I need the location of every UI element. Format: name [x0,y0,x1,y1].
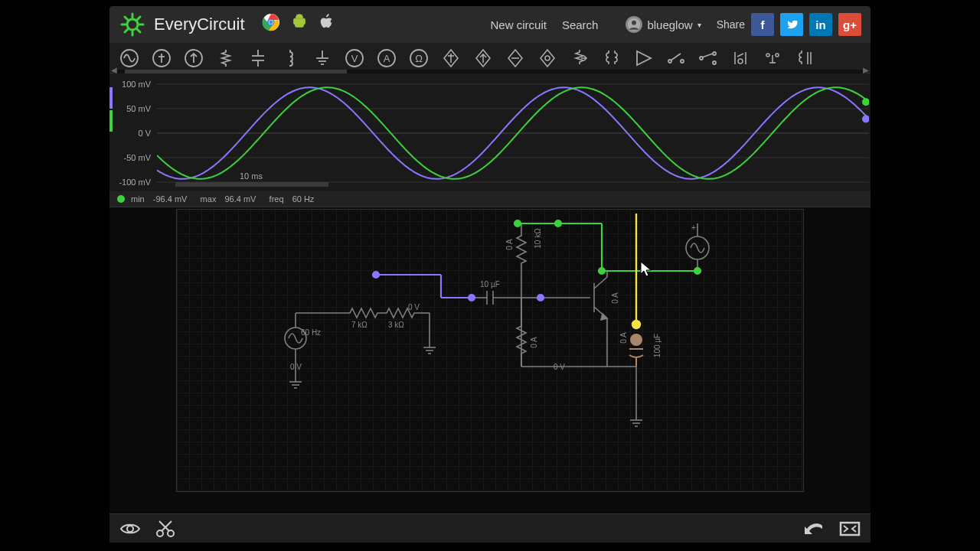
transformer-tool[interactable] [596,44,627,72]
svg-line-41 [737,54,743,57]
svg-line-34 [671,54,681,60]
label-source-v: 0 V [290,363,302,371]
svg-point-96 [469,295,475,301]
ccvs-tool[interactable] [500,44,531,72]
svg-point-111 [127,526,133,532]
scope-plot-area[interactable] [157,73,871,188]
chrome-icon[interactable] [262,13,280,36]
linkedin-share-button[interactable]: in [809,13,832,36]
cccs-tool[interactable] [532,44,563,72]
mouse-cursor-icon [639,260,655,277]
svg-point-37 [713,61,716,64]
scope-time-scrollbar[interactable] [175,182,328,187]
opamp-tool[interactable] [629,44,659,72]
svg-point-43 [766,54,769,57]
svg-point-42 [738,59,743,64]
svg-point-101 [514,220,521,227]
android-icon[interactable] [291,13,308,36]
caret-down-icon: ▾ [697,21,701,29]
facebook-share-button[interactable]: f [751,13,774,36]
user-menu[interactable]: blueglow ▾ [626,16,701,33]
label-source-freq: 60 Hz [301,328,321,337]
ground-tool[interactable] [307,44,338,72]
label-emitter-v: 0 V [554,363,565,371]
vccs-tool[interactable] [468,44,498,72]
relay-tool[interactable] [725,44,756,72]
fullscreen-button[interactable] [837,517,863,540]
brand-name: EveryCircuit [154,15,245,34]
user-avatar-icon [626,16,642,33]
new-circuit-link[interactable]: New circuit [491,18,547,31]
svg-point-90 [686,236,709,259]
label-r4-i: 0 A [530,337,538,347]
capacitor-tool[interactable] [243,44,273,72]
svg-point-52 [862,116,869,123]
spst-ground-tool[interactable] [757,44,788,72]
stats-trace-dot-icon [117,195,125,203]
resistor-tool[interactable] [211,44,241,72]
label-c2-i: 0 A [619,332,628,343]
label-r3-i: 0 A [505,239,514,249]
googleplus-share-button[interactable]: g+ [838,13,861,36]
svg-point-36 [713,52,716,55]
switch-spdt-tool[interactable] [693,44,724,72]
label-r1: 7 kΩ [351,321,368,329]
search-link[interactable]: Search [562,18,599,31]
inductor-tool[interactable] [275,44,305,72]
ohmmeter-tool[interactable]: Ω [403,44,434,72]
scope-y-axis: 100 mV 50 mV 0 V -50 mV -100 mV [109,73,154,188]
brand-logo-icon [119,11,146,38]
svg-point-5 [269,21,273,24]
label-c2: 100 µF [653,334,662,357]
vcvs-tool[interactable] [436,44,466,72]
svg-point-107 [630,334,642,346]
bottom-toolbar [109,514,871,543]
svg-point-44 [776,54,779,57]
svg-rect-116 [841,523,859,535]
current-source-tool[interactable] [178,44,209,72]
twitter-share-button[interactable] [780,13,803,36]
more-tool[interactable] [789,44,820,72]
potentiometer-tool[interactable] [564,44,595,72]
label-r2: 3 kΩ [388,321,404,329]
svg-text:V: V [351,53,358,64]
svg-point-53 [862,98,869,106]
svg-line-38 [702,54,713,57]
label-r3-val: 10 kΩ [534,228,542,248]
voltmeter-tool[interactable]: V [339,44,370,72]
switch-open-tool[interactable] [661,44,691,72]
circuit-canvas[interactable]: + 60 Hz 0 V 7 kΩ 3 kΩ 0 V 10 µF 10 kΩ 0 … [176,209,804,492]
label-c1: 10 µF [480,280,500,289]
svg-text:A: A [384,53,390,64]
svg-text:Ω: Ω [415,53,423,64]
svg-point-106 [632,321,640,328]
label-probe-plus: + [691,223,696,232]
label-r2-v: 0 V [408,303,420,311]
undo-button[interactable] [802,517,828,540]
app-header: EveryCircuit New circuit Search blueglow… [109,6,871,43]
svg-point-103 [599,268,605,274]
label-q-ic: 0 A [611,292,619,303]
svg-text:+: + [634,335,639,344]
ammeter-tool[interactable]: A [371,44,402,72]
dc-source-tool[interactable] [146,44,177,72]
ac-source-tool[interactable] [114,44,145,72]
svg-point-31 [545,56,550,60]
cut-button[interactable] [152,517,178,540]
svg-point-97 [537,295,544,301]
svg-point-102 [555,220,561,227]
apple-icon[interactable] [318,13,335,36]
svg-point-95 [373,272,379,278]
visibility-button[interactable] [117,517,143,540]
svg-point-33 [681,60,684,63]
svg-point-104 [694,268,701,274]
svg-line-78 [594,307,607,318]
circuit-canvas-container: + 60 Hz 0 V 7 kΩ 3 kΩ 0 V 10 µF 10 kΩ 0 … [109,207,871,514]
scope-time-label: 10 ms [240,171,263,181]
svg-line-114 [162,521,172,531]
scope-stats-bar: min -96.4 mV max 96.4 mV freq 60 Hz [109,191,871,207]
svg-line-77 [594,277,607,289]
component-toolbar: V A Ω ◀ ▶ [109,43,871,73]
svg-point-7 [632,21,636,25]
svg-line-115 [159,521,169,531]
